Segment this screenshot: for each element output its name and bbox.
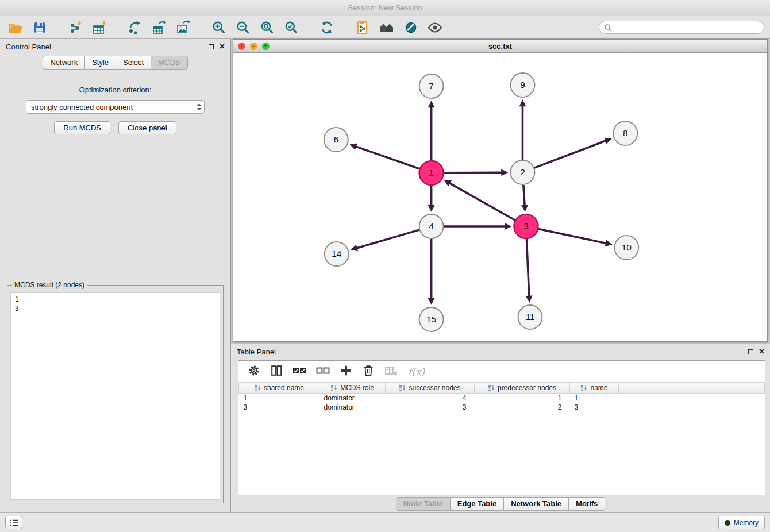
node-7[interactable]: 7 [419, 74, 444, 98]
tab-network[interactable]: Network [43, 56, 85, 70]
columns-icon[interactable] [270, 364, 283, 379]
node-6[interactable]: 6 [324, 128, 348, 152]
edge-1-6[interactable] [356, 147, 419, 169]
chevron-updown-icon [194, 101, 204, 113]
tab-network-table[interactable]: Network Table [503, 497, 569, 511]
save-session-icon[interactable] [30, 19, 49, 36]
cell-successor-nodes[interactable]: 4 [386, 394, 475, 403]
refresh-layout-icon[interactable] [317, 19, 337, 36]
node-8[interactable]: 8 [613, 121, 637, 145]
node-9[interactable]: 9 [510, 73, 534, 97]
gear-icon[interactable] [248, 364, 260, 379]
column-header-MCDS-role[interactable]: MCDS role [319, 383, 386, 394]
control-panel-tabs: NetworkStyleSelectMCDS [0, 54, 230, 72]
edge-1-2[interactable] [444, 172, 502, 173]
column-header-shared-name[interactable]: shared name [239, 383, 319, 394]
select-all-icon[interactable] [292, 365, 306, 378]
cell-successor-nodes[interactable]: 3 [386, 403, 475, 412]
task-history-button[interactable] [5, 516, 22, 529]
close-panel-icon[interactable]: × [759, 348, 764, 355]
memory-button[interactable]: Memory [718, 516, 765, 529]
edge-3-1[interactable] [449, 183, 515, 221]
zoom-fit-icon[interactable] [257, 19, 277, 36]
tab-select[interactable]: Select [116, 56, 151, 70]
column-header-filler [619, 383, 765, 394]
node-3[interactable]: 3 [514, 214, 538, 238]
table-panel-header: Table Panel × [231, 344, 770, 359]
export-table-icon[interactable] [149, 19, 169, 36]
node-14[interactable]: 14 [325, 242, 349, 266]
tab-style[interactable]: Style [84, 56, 116, 70]
network-window: scc.txt × − + 7968124310141511 [233, 39, 768, 342]
column-header-predecessor-nodes[interactable]: predecessor nodes [475, 383, 570, 394]
optimization-select[interactable]: strongly connected component [26, 100, 205, 114]
float-panel-icon[interactable] [748, 349, 753, 354]
mcds-result-list[interactable]: 13 [10, 292, 220, 500]
style-brush-icon[interactable] [401, 19, 421, 36]
cell-shared-name[interactable]: 1 [239, 394, 319, 403]
node-table: shared nameMCDS rolesuccessor nodesprede… [238, 382, 765, 495]
optimization-label: Optimization criterion: [7, 86, 224, 94]
add-row-icon[interactable] [340, 364, 352, 379]
node-11[interactable]: 11 [518, 305, 542, 329]
svg-text:2: 2 [520, 167, 525, 177]
home-icon[interactable] [377, 19, 396, 36]
close-panel-button[interactable]: Close panel [118, 121, 176, 134]
clipboard-network-icon[interactable] [353, 19, 372, 36]
close-panel-icon[interactable]: × [220, 43, 225, 50]
svg-text:11: 11 [525, 312, 534, 322]
node-1[interactable]: 1 [419, 161, 444, 185]
edge-3-11[interactable] [526, 239, 529, 296]
node-10[interactable]: 10 [614, 236, 638, 260]
optimization-select-value: strongly connected component [31, 103, 194, 111]
deselect-all-icon[interactable] [316, 365, 330, 378]
cell-name[interactable]: 3 [570, 403, 619, 412]
network-canvas[interactable]: 7968124310141511 [233, 53, 767, 341]
run-mcds-button[interactable]: Run MCDS [54, 121, 110, 134]
tab-edge-table[interactable]: Edge Table [450, 497, 504, 511]
search-input[interactable] [615, 23, 759, 32]
tab-mcds[interactable]: MCDS [151, 56, 187, 70]
network-window-title: scc.txt [233, 42, 767, 51]
column-header-successor-nodes[interactable]: successor nodes [386, 383, 475, 394]
import-network-icon[interactable] [66, 19, 85, 36]
edge-2-8[interactable] [534, 141, 606, 168]
edge-2-3[interactable] [523, 185, 525, 206]
maximize-window-icon[interactable]: + [262, 43, 270, 50]
node-15[interactable]: 15 [419, 307, 444, 331]
edge-4-14[interactable] [356, 230, 419, 248]
search-box[interactable] [599, 21, 764, 34]
mcds-result-line: 3 [15, 304, 215, 313]
edge-3-10[interactable] [538, 229, 606, 244]
close-window-icon[interactable]: × [238, 43, 245, 50]
cell-MCDS-role[interactable]: dominator [319, 394, 386, 403]
svg-text:8: 8 [623, 128, 628, 138]
cell-predecessor-nodes[interactable]: 2 [475, 403, 570, 412]
cell-shared-name[interactable]: 3 [239, 403, 319, 412]
cell-name[interactable]: 1 [570, 394, 619, 403]
import-table-icon[interactable] [90, 19, 109, 36]
eye-icon[interactable] [425, 19, 445, 36]
control-panel-title: Control Panel [6, 43, 51, 51]
export-network-icon[interactable] [125, 19, 145, 36]
window-title: Session: New Session [348, 3, 422, 12]
tab-motifs[interactable]: Motifs [568, 497, 605, 511]
node-2[interactable]: 2 [510, 160, 534, 184]
mcds-result-box: MCDS result (2 nodes) 13 [7, 285, 224, 503]
open-session-icon[interactable] [6, 19, 25, 36]
column-header-name[interactable]: name [570, 383, 619, 394]
export-image-icon[interactable] [174, 19, 193, 36]
zoom-out-icon[interactable] [233, 19, 253, 36]
float-panel-icon[interactable] [209, 44, 214, 49]
delete-row-icon[interactable] [362, 364, 375, 379]
tab-node-table[interactable]: Node Table [396, 497, 451, 511]
zoom-selected-icon[interactable] [282, 19, 301, 36]
cell-predecessor-nodes[interactable]: 1 [475, 394, 570, 403]
network-window-titlebar: scc.txt × − + [233, 40, 767, 53]
cell-MCDS-role[interactable]: dominator [319, 403, 386, 412]
table-row[interactable]: 3dominator323 [239, 403, 765, 412]
minimize-window-icon[interactable]: − [250, 43, 257, 50]
zoom-in-icon[interactable] [209, 19, 229, 36]
table-row[interactable]: 1dominator411 [239, 394, 765, 403]
node-4[interactable]: 4 [419, 214, 444, 238]
